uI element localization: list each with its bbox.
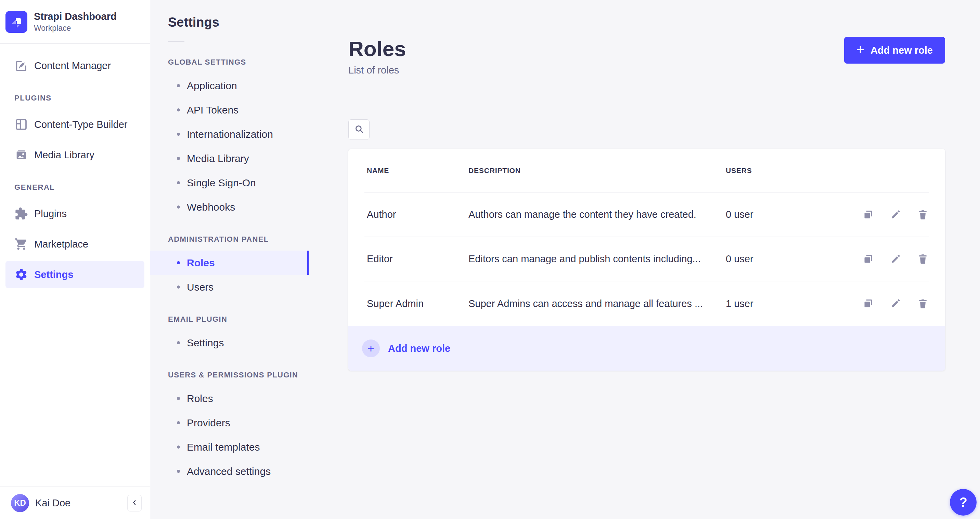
sidebar-item-media-library[interactable]: Media Library — [5, 141, 145, 168]
column-header-users: USERS — [723, 167, 850, 175]
plus-circle-icon: + — [362, 340, 380, 357]
sidebar-item-label: Settings — [34, 269, 73, 280]
settings-item-admin-roles[interactable]: Roles — [150, 251, 309, 275]
strapi-logo-icon — [5, 11, 27, 33]
bullet-icon — [177, 108, 180, 111]
roles-table-card: NAME DESCRIPTION USERS Author Authors ca… — [348, 149, 945, 371]
role-users-count: 1 user — [723, 298, 850, 309]
search-icon — [353, 124, 365, 136]
section-label: EMAIL PLUGIN — [168, 315, 309, 324]
subsidebar-title: Settings — [168, 15, 309, 30]
cart-icon — [14, 237, 28, 251]
section-items: Settings — [150, 331, 309, 355]
settings-item-label: Roles — [187, 393, 213, 405]
sidebar-item-label: Plugins — [34, 208, 67, 219]
sidebar-item-content-manager[interactable]: Content Manager — [5, 52, 145, 79]
settings-item-label: Users — [187, 281, 213, 293]
help-button[interactable]: ? — [950, 489, 977, 516]
role-users-count: 0 user — [723, 253, 850, 265]
toolbar — [348, 119, 945, 140]
settings-item-api-tokens[interactable]: API Tokens — [150, 98, 309, 122]
role-users-count: 0 user — [723, 209, 850, 220]
delete-icon[interactable] — [917, 253, 929, 265]
settings-item-email-settings[interactable]: Settings — [150, 331, 309, 355]
search-button[interactable] — [348, 119, 369, 140]
puzzle-icon — [14, 207, 28, 221]
sidebar-item-label: Marketplace — [34, 239, 88, 250]
bullet-icon — [177, 470, 180, 473]
duplicate-icon[interactable] — [862, 209, 874, 221]
sidebar-section-plugins: PLUGINS — [5, 94, 145, 103]
edit-icon[interactable] — [889, 297, 902, 310]
settings-item-label: Advanced settings — [187, 466, 270, 477]
section-global-settings: GLOBAL SETTINGS Application API Tokens I… — [150, 58, 309, 219]
sidebar-item-settings[interactable]: Settings — [5, 261, 145, 288]
table-row-super-admin[interactable]: Super Admin Super Admins can access and … — [364, 281, 929, 326]
user-name: Kai Doe — [35, 497, 121, 509]
divider — [168, 41, 185, 42]
section-items: Application API Tokens Internationalizat… — [150, 73, 309, 219]
main-sidebar: Strapi Dashboard Workplace Content Manag… — [0, 0, 150, 519]
page-header: Roles List of roles + Add new role — [348, 36, 945, 76]
edit-icon[interactable] — [889, 253, 902, 265]
add-new-role-button-label: Add new role — [870, 45, 933, 56]
sidebar-nav: Content Manager PLUGINS Content-Type Bui… — [0, 44, 150, 487]
table-footer-add-row[interactable]: + Add new role — [348, 326, 945, 371]
settings-subsidebar: Settings GLOBAL SETTINGS Application API… — [150, 0, 309, 519]
bullet-icon — [177, 181, 180, 184]
sidebar-item-content-type-builder[interactable]: Content-Type Builder — [5, 111, 145, 138]
brand-text: Strapi Dashboard Workplace — [34, 11, 117, 33]
row-actions — [850, 253, 929, 265]
sidebar-item-label: Media Library — [34, 149, 94, 161]
settings-item-up-roles[interactable]: Roles — [150, 386, 309, 411]
role-description: Super Admins can access and manage all f… — [466, 298, 723, 309]
sidebar-user-area: KD Kai Doe — [0, 487, 150, 519]
settings-item-admin-users[interactable]: Users — [150, 275, 309, 299]
sidebar-item-marketplace[interactable]: Marketplace — [5, 230, 145, 258]
settings-item-webhooks[interactable]: Webhooks — [150, 195, 309, 219]
page-title: Roles — [348, 36, 406, 61]
settings-item-internationalization[interactable]: Internationalization — [150, 122, 309, 146]
settings-item-label: Single Sign-On — [187, 177, 256, 189]
role-name: Editor — [364, 253, 466, 265]
role-description: Editors can manage and publish contents … — [466, 253, 723, 265]
role-name: Author — [364, 209, 466, 220]
collapse-sidebar-button[interactable] — [127, 495, 142, 511]
bullet-icon — [177, 286, 180, 289]
settings-item-label: API Tokens — [187, 104, 239, 116]
role-name: Super Admin — [364, 298, 466, 309]
settings-item-providers[interactable]: Providers — [150, 411, 309, 435]
settings-item-label: Providers — [187, 417, 230, 429]
bullet-icon — [177, 133, 180, 136]
duplicate-icon[interactable] — [862, 297, 874, 310]
settings-item-single-sign-on[interactable]: Single Sign-On — [150, 171, 309, 195]
edit-icon[interactable] — [889, 209, 902, 221]
role-description: Authors can manage the content they have… — [466, 209, 723, 220]
add-new-role-button[interactable]: + Add new role — [844, 37, 945, 63]
avatar[interactable]: KD — [11, 494, 29, 512]
settings-item-application[interactable]: Application — [150, 73, 309, 98]
footer-add-label: Add new role — [388, 343, 450, 354]
settings-item-email-templates[interactable]: Email templates — [150, 435, 309, 459]
section-label: GLOBAL SETTINGS — [168, 58, 309, 67]
section-users-permissions-plugin: USERS & PERMISSIONS PLUGIN Roles Provide… — [150, 371, 309, 483]
brand: Strapi Dashboard Workplace — [0, 0, 150, 44]
bullet-icon — [177, 397, 180, 400]
delete-icon[interactable] — [917, 297, 929, 310]
feather-pen-icon — [14, 59, 28, 73]
settings-item-label: Internationalization — [187, 129, 273, 140]
roles-table: NAME DESCRIPTION USERS Author Authors ca… — [364, 149, 929, 326]
layout-grid-icon — [14, 117, 28, 131]
settings-item-media-library[interactable]: Media Library — [150, 146, 309, 171]
main-content: Roles List of roles + Add new role — [309, 0, 980, 519]
sidebar-item-plugins[interactable]: Plugins — [5, 200, 145, 227]
chevron-left-icon — [130, 498, 139, 508]
workspace-name: Workplace — [34, 24, 117, 33]
row-actions — [850, 209, 929, 221]
table-row-author[interactable]: Author Authors can manage the content th… — [364, 192, 929, 237]
table-row-editor[interactable]: Editor Editors can manage and publish co… — [364, 237, 929, 281]
duplicate-icon[interactable] — [862, 253, 874, 265]
page-title-block: Roles List of roles — [348, 36, 406, 76]
settings-item-advanced-settings[interactable]: Advanced settings — [150, 459, 309, 483]
delete-icon[interactable] — [917, 209, 929, 221]
